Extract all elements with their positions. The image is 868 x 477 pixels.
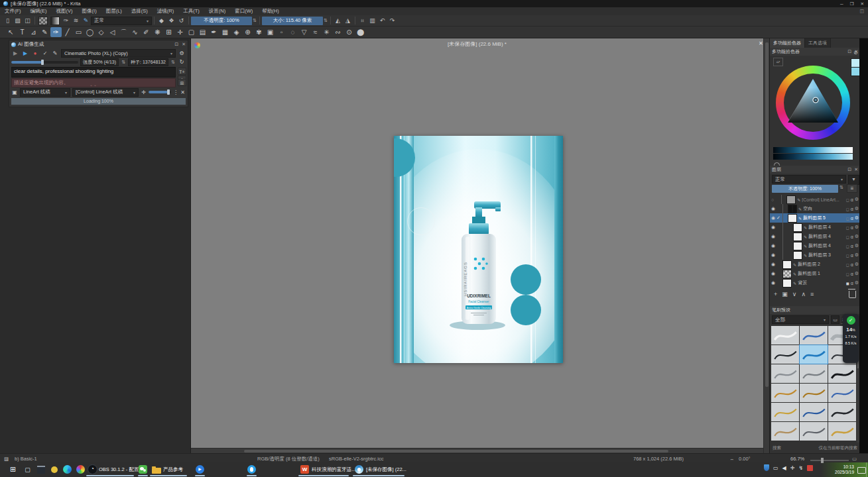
brush-filter-select[interactable]: 全部 ▾	[772, 315, 829, 324]
fit-screen-icon[interactable]: ▭	[852, 456, 857, 462]
delete-layer-button[interactable]	[849, 291, 856, 298]
record-region-button[interactable]: ●	[31, 50, 39, 56]
tool-select-shapes[interactable]: ↖	[5, 27, 17, 37]
docker-lock-icon[interactable]: ◫	[859, 9, 868, 14]
brush-preset[interactable]	[771, 403, 799, 421]
alpha-icon[interactable]	[851, 244, 853, 248]
alpha-icon[interactable]	[851, 197, 853, 202]
foreground-color-swatch[interactable]	[851, 58, 860, 68]
tool-freehand-path[interactable]: ∿	[129, 27, 141, 37]
brush-preset[interactable]	[828, 422, 856, 441]
tool-fill[interactable]: ◈	[231, 27, 242, 37]
menu-file[interactable]: 文件(F)	[0, 8, 26, 15]
control-type-select[interactable]: LineArt 线稿 ▾	[20, 88, 70, 97]
visibility-icon[interactable]	[771, 252, 775, 258]
gear-icon[interactable]	[855, 234, 859, 239]
tool-bezier[interactable]: ⌒	[118, 27, 129, 37]
layer-list-menu-button[interactable]: ≡	[847, 184, 857, 193]
layer-row[interactable]: 背景	[770, 278, 860, 288]
folder-icon[interactable]	[151, 464, 161, 474]
tool-gradient[interactable]: ▤	[197, 27, 208, 37]
visibility-icon[interactable]	[771, 271, 775, 276]
canvas-vertical-scrollbar[interactable]	[763, 38, 769, 453]
subwindow-close-icon[interactable]: ✕	[759, 40, 763, 46]
minimize-button[interactable]: ─	[840, 1, 843, 7]
browser-task-label[interactable]: 科技浪潮的蓝牙适...	[312, 466, 355, 473]
antivirus-shield-icon[interactable]: ✓	[847, 316, 855, 325]
player-icon[interactable]: ▶	[195, 464, 205, 474]
lock-icon[interactable]	[846, 262, 849, 267]
search-scope-label[interactable]: 仅在当前标签内搜索	[819, 445, 858, 451]
visibility-icon[interactable]	[771, 206, 775, 211]
visibility-icon[interactable]	[771, 197, 774, 202]
brush-preset[interactable]	[771, 345, 799, 364]
lock-icon[interactable]	[846, 207, 849, 211]
gear-icon[interactable]	[855, 206, 859, 211]
randomize-seed-button[interactable]: ↻	[178, 59, 186, 65]
sv-triangle[interactable]	[784, 74, 841, 131]
layer-opacity-slider[interactable]: 不透明度: 100%	[772, 185, 838, 193]
alpha-icon[interactable]	[851, 235, 853, 239]
brush-preset[interactable]	[771, 384, 799, 402]
task-view-button[interactable]: ▢	[23, 464, 32, 474]
lock-icon[interactable]	[846, 197, 849, 202]
menu-layer[interactable]: 图层(L)	[101, 8, 127, 15]
gear-icon[interactable]	[855, 197, 859, 202]
menu-help[interactable]: 帮助(H)	[257, 8, 283, 15]
krita-taskbar-icon[interactable]	[354, 464, 364, 474]
brush-preset[interactable]	[800, 403, 828, 421]
wechat-icon[interactable]	[138, 464, 148, 474]
alpha-icon[interactable]	[851, 225, 853, 230]
strength-spinner[interactable]: ⇅	[121, 60, 126, 65]
visibility-icon[interactable]	[771, 215, 775, 221]
tool-freehand-select[interactable]: ≈	[310, 27, 321, 37]
taskbar-clock[interactable]: 10:13 2025/3/19	[828, 464, 854, 475]
resize-grip[interactable]: ⌄⌄	[90, 82, 97, 87]
browser-doc-icon[interactable]: W	[300, 464, 310, 474]
gear-icon[interactable]	[855, 271, 859, 276]
menu-view[interactable]: 视图(V)	[52, 8, 78, 15]
workflow-menu-button[interactable]: ▶	[11, 50, 19, 56]
tab-tool-options[interactable]: 工具选项	[805, 38, 831, 48]
tool-pan[interactable]: ⬤	[355, 27, 366, 37]
layer-row[interactable]: 颜料图层 3	[770, 250, 860, 260]
lock-icon[interactable]	[846, 225, 849, 230]
tab-color-selector[interactable]: 多功能拾色器	[770, 38, 805, 48]
background-color-swatch[interactable]	[851, 67, 860, 76]
lock-icon[interactable]	[846, 244, 849, 248]
reload-preset-button[interactable]: ↺	[176, 16, 186, 25]
alpha-icon[interactable]	[851, 281, 853, 286]
tool-edit-shapes[interactable]: ⊿	[28, 27, 39, 37]
gradient-edit-button[interactable]: ≋	[71, 16, 81, 25]
duplicate-layer-button[interactable]: ▣	[782, 291, 788, 297]
shade-strip-1[interactable]	[773, 147, 853, 153]
app-icon-sphere[interactable]	[76, 464, 86, 474]
brush-preset[interactable]	[800, 326, 828, 344]
alpha-icon[interactable]	[851, 262, 853, 267]
style-preset-select[interactable]: Cinematic Photo (XL) (Copy) ▾	[61, 49, 176, 58]
volume-icon[interactable]: ◀	[782, 465, 786, 471]
brush-preset[interactable]	[828, 384, 856, 402]
brush-view-mode-button[interactable]: ▭	[831, 315, 839, 324]
seed-field[interactable]: 种子: 137648132	[128, 58, 168, 66]
obs-task-label[interactable]: OBS 30.1.2 - 配置...	[99, 466, 143, 473]
brush-preset[interactable]	[800, 422, 828, 441]
control-menu-icon[interactable]: ⋮	[173, 89, 178, 95]
tool-crop[interactable]: ▢	[186, 27, 197, 37]
layer-row[interactable]: 颜料图层 1	[770, 269, 860, 278]
folder-task-label[interactable]: 产品参考	[163, 466, 183, 473]
tool-dynamic-brush[interactable]: ✐	[141, 27, 152, 37]
visibility-icon[interactable]	[771, 243, 775, 248]
brush-size-slider[interactable]: 大小: 115.40 像素	[262, 17, 323, 25]
mirror-vertical-button[interactable]: ◮	[343, 16, 353, 25]
tool-freehand-brush[interactable]: ✑	[50, 27, 62, 37]
zoom-slider[interactable]	[810, 460, 849, 461]
brush-preset[interactable]	[771, 422, 799, 441]
no-color-icon[interactable]: ⊘	[853, 50, 858, 56]
tool-color-sampler[interactable]: ✒	[208, 27, 219, 37]
close-docker-icon[interactable]: ✕	[854, 167, 858, 172]
tool-patch[interactable]: ▦	[219, 27, 231, 37]
canvas-horizontal-scrollbar[interactable]	[191, 448, 763, 453]
gear-icon[interactable]	[855, 225, 859, 230]
move-layer-up-button[interactable]: ∧	[801, 291, 806, 297]
